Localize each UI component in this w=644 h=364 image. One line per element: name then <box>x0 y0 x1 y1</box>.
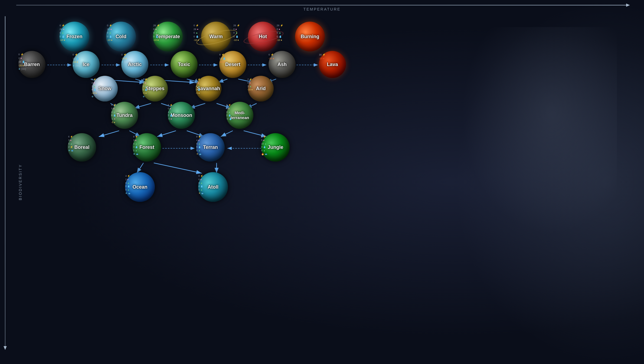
planet-warm[interactable]: Warm <box>201 22 231 51</box>
planet-barren-label: Barren <box>24 62 40 67</box>
planet-frozen-label: Frozen <box>66 34 82 40</box>
arid-stats: 2 ⚡ 8 ● 3 ▲ -10 ♦ <box>247 78 253 91</box>
planet-burning-container[interactable]: Burning <box>295 22 325 51</box>
biodiversity-axis <box>5 16 5 348</box>
planet-mediterranean-label: Medi-terranean <box>231 110 249 120</box>
temperature-axis-label: TEMPERATURE <box>303 7 341 11</box>
planet-lava-label: Lava <box>327 62 338 67</box>
jungle-stats: 6 ⚡ 5 ● 10 ▲ 0 💧 0 ▲ 🔥 🐟 <box>261 135 268 156</box>
burning-stats: 26 ⚡ 0 ● 0 ▲ 0 💧 -10 ♦ <box>277 24 283 42</box>
arctic-stats: 0 ⚡ -10 ♦ ❄ [0m] <box>121 53 129 64</box>
planet-atoll-label: Atoll <box>208 184 218 190</box>
planet-toxic-label: Toxic <box>178 62 190 67</box>
planet-ice-label: Ice <box>83 62 89 67</box>
temperate-stats: 26 ⚡ 0 ● 0 ▲ 0 💧 -10 ♦ <box>153 24 160 42</box>
planet-snow-label: Snow <box>99 86 112 91</box>
planet-terran-label: Terran <box>203 145 218 150</box>
frozen-stats: 0 ⚡ 26 ● 0 ▲ 0 💧 -10 ♦ <box>60 24 65 42</box>
atoll-stats: 8 ⚡ 6 ● 6 ▲ 4 💧 0 ▲ ☀ 🐟 <box>198 174 204 195</box>
savannah-stats: 4 ⚡ 5 ● 4 ▲ 5 💧 -5 ♦ <box>196 78 201 95</box>
ocean-stats: 4 ⚡ 2 ● 0 ▲ 0 💧 0 ▲ ❄ 🐟 <box>125 174 131 195</box>
hot-stats: 26 ⚡ 0 ● 0 ▲ 0 💧 -10 ♦ <box>233 24 240 42</box>
planet-arid-label: Arid <box>256 86 266 91</box>
desert-stats: 8 ⚡ 12 💧 -20 ♦ <box>219 53 226 64</box>
steppes-stats: 4 ⚡ 4 ● 3 ▲ 5 💧 -5 ♦ ❄ <box>143 78 148 99</box>
planet-warm-container[interactable]: Warm <box>201 22 231 51</box>
warm-stats: 0 ⚡ 26 ● 0 ▲ 0 💧 -10 ♦ <box>194 24 199 42</box>
svg-line-30 <box>137 163 143 173</box>
lava-stats: 16 ⚡ -20 ♦ <box>319 53 325 60</box>
planet-cold-label: Cold <box>116 34 126 40</box>
planet-hot-container[interactable]: Hot <box>248 22 278 51</box>
planet-steppes-label: Steppes <box>145 86 164 91</box>
tundra-stats: 6 ⚡ 0 ● 4 ▲ 6 💧 -1 ● -5 ♦ <box>111 103 116 124</box>
temperature-axis: TEMPERATURE <box>16 5 628 5</box>
planet-ocean-label: Ocean <box>132 184 147 190</box>
planet-toxic-container[interactable]: Toxic <box>171 51 198 78</box>
planet-monsoon-label: Monsoon <box>171 113 192 118</box>
biodiversity-axis-label: BIODIVERSITY <box>18 164 22 200</box>
planet-warm-label: Warm <box>209 34 223 40</box>
planet-burning-label: Burning <box>301 34 319 40</box>
cold-stats: 0 ⚡ 26 ● 0 ▲ 0 💧 -10 ♦ <box>107 24 112 42</box>
barren-stats: 0 ⚡ 2 ● 16 💧 -20 ♦ ❄ [0m] <box>18 53 26 71</box>
planet-toxic[interactable]: Toxic <box>171 51 198 78</box>
planet-boreal-label: Boreal <box>74 145 89 150</box>
planet-forest-label: Forest <box>139 145 154 150</box>
ice-stats: 0 ⚡ 12 💧 -15 ♦ ❄ [0m] <box>73 53 80 68</box>
planet-desert-label: Desert <box>225 62 240 67</box>
planet-ash-label: Ash <box>277 62 287 67</box>
planet-tundra-label: Tundra <box>116 113 133 118</box>
planet-hot[interactable]: Hot <box>248 22 278 51</box>
svg-line-24 <box>99 131 119 137</box>
snow-stats: 2 ⚡ 4 ● 3 ▲ 4 💧 -10 ♦ ❄ <box>91 78 97 99</box>
planet-burning[interactable]: Burning <box>295 22 325 51</box>
terran-stats: 8 ⚡ 4 ● 6 ▲ 5 💧 0 ▲ ☀ 🐟 <box>196 135 202 156</box>
forest-stats: 8 ⚡ 3 ● 4 ▲ 3 💧 5 ▲ ❄ 🐟 <box>133 135 139 156</box>
ash-stats: 0 ⚡ -10 ♦ <box>269 53 274 60</box>
mediterranean-stats: 6 ⚡ 6 ● 0 ▲ 0 💧 -5 💧 <box>226 103 232 121</box>
planet-hot-label: Hot <box>259 34 267 40</box>
svg-line-31 <box>154 163 202 173</box>
monsoon-stats: 6 ⚡ 0 ● 4 ▲ 5 💧 -5 ● <box>168 103 173 121</box>
boreal-stats: 6 ⚡ 3 ● 5 ▲ 2 ⚡ ❄ 🐟 <box>68 135 74 152</box>
planet-jungle-label: Jungle <box>267 145 283 150</box>
planet-arctic-label: Arctic <box>128 62 142 67</box>
